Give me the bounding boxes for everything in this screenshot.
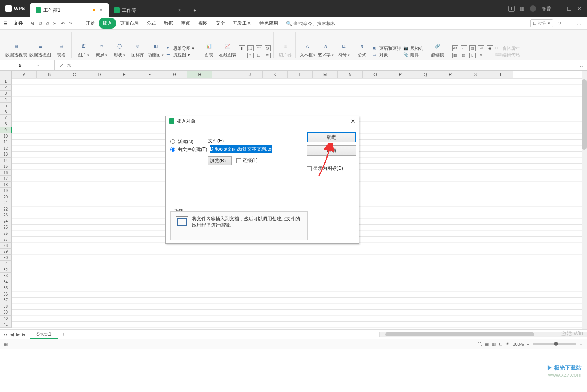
row-header[interactable]: 33 — [0, 273, 12, 279]
row-header[interactable]: 18 — [0, 182, 12, 188]
dialog-close-icon[interactable]: ✕ — [351, 118, 355, 124]
row-header[interactable]: 41 — [0, 321, 12, 328]
menu-developer[interactable]: 开发工具 — [229, 18, 255, 29]
expand-namebox-icon[interactable]: ⤢ — [60, 63, 63, 68]
row-header[interactable]: 6 — [0, 109, 12, 115]
object-button[interactable]: ▭对象 — [372, 52, 401, 58]
sheet-first-icon[interactable]: ⏮ — [3, 332, 8, 337]
hyperlink-button[interactable]: 🔗超链接 — [430, 41, 446, 58]
form-controls[interactable]: Aa▭▤☑◉ ▦▤▯⇳ — [452, 45, 493, 58]
row-header[interactable]: 21 — [0, 200, 12, 206]
camera-button[interactable]: 📷照相机 — [403, 45, 423, 51]
user-avatar-icon[interactable] — [530, 5, 536, 12]
menu-page-layout[interactable]: 页面布局 — [116, 18, 143, 29]
row-header[interactable]: 30 — [0, 255, 12, 261]
maximize-icon[interactable]: ☐ — [567, 6, 572, 12]
wordart-button[interactable]: A艺术字 — [318, 41, 334, 58]
sheet-last-icon[interactable]: ⏭ — [22, 332, 27, 337]
column-header[interactable]: A — [12, 71, 37, 78]
row-header[interactable]: 37 — [0, 297, 12, 303]
vertical-scrollbar[interactable] — [582, 71, 587, 329]
dialog-titlebar[interactable]: 插入对象 ✕ — [166, 116, 359, 126]
as-icon-checkbox[interactable]: 显示为图标(D) — [307, 165, 343, 172]
fullscreen-icon[interactable]: ⛶ — [477, 342, 482, 347]
reading-view-icon[interactable]: ☀ — [505, 341, 509, 347]
row-header[interactable]: 39 — [0, 309, 12, 316]
cancel-button[interactable]: 取消 — [307, 145, 356, 156]
zoom-slider[interactable] — [533, 343, 576, 345]
menu-security[interactable]: 安全 — [212, 18, 229, 29]
row-header[interactable]: 15 — [0, 163, 12, 170]
column-header[interactable]: O — [363, 71, 388, 78]
online-chart-button[interactable]: 📈在线图表 — [219, 41, 236, 58]
file-path-input[interactable]: D:\tools\桌面\新建文本文档.txt — [208, 145, 305, 153]
formula-input[interactable] — [76, 60, 576, 70]
menu-insert[interactable]: 插入 — [99, 18, 116, 29]
print-icon[interactable]: ⎙ — [46, 21, 49, 26]
column-header[interactable]: J — [237, 71, 263, 78]
normal-view-icon[interactable]: ▦ — [485, 341, 489, 347]
notification-badge[interactable]: 1 — [508, 6, 515, 12]
menu-special[interactable]: 特色应用 — [255, 18, 282, 29]
equation-button[interactable]: π公式 — [354, 41, 370, 58]
select-all-cell[interactable] — [0, 71, 12, 78]
row-header[interactable]: 3 — [0, 91, 12, 97]
column-header[interactable]: D — [87, 71, 112, 78]
column-header[interactable]: N — [338, 71, 363, 78]
hamburger-icon[interactable]: ☰ — [0, 21, 11, 26]
shapes-button[interactable]: ◯形状 — [112, 41, 127, 58]
skin-icon[interactable]: ▥ — [520, 6, 524, 11]
row-header[interactable]: 11 — [0, 139, 12, 145]
menu-data[interactable]: 数据 — [160, 18, 177, 29]
row-header[interactable]: 34 — [0, 279, 12, 285]
browse-button[interactable]: 浏览(B)... — [208, 156, 232, 165]
column-header[interactable]: F — [137, 71, 162, 78]
header-footer-button[interactable]: ▣页眉和页脚 — [372, 45, 401, 51]
row-header[interactable]: 25 — [0, 224, 12, 230]
attachment-button[interactable]: 📎附件 — [403, 52, 423, 58]
cut-icon[interactable]: ✂ — [53, 21, 57, 26]
column-header[interactable]: B — [37, 71, 62, 78]
row-header[interactable]: 8 — [0, 121, 12, 127]
chart-button[interactable]: 📊图表 — [201, 41, 217, 58]
row-header[interactable]: 14 — [0, 158, 12, 164]
chart-gallery[interactable]: ▮⬚〰◔ ⋯⫛◫≋ — [239, 45, 271, 58]
radio-new[interactable]: 新建(N) — [170, 138, 207, 145]
menu-formulas[interactable]: 公式 — [143, 18, 160, 29]
sheet-next-icon[interactable]: ▶ — [16, 332, 20, 337]
horizontal-scrollbar[interactable] — [379, 332, 587, 337]
row-header[interactable]: 28 — [0, 243, 12, 249]
row-header[interactable]: 22 — [0, 206, 12, 212]
new-tab-button[interactable]: ＋ — [187, 3, 203, 17]
user-name[interactable]: 春香 — [542, 5, 551, 12]
name-box[interactable]: H9▾ — [0, 60, 55, 70]
close-window-icon[interactable]: ✕ — [577, 6, 582, 12]
search-input[interactable] — [294, 21, 356, 26]
page-layout-icon[interactable]: ▥ — [492, 341, 496, 347]
add-sheet-button[interactable]: ＋ — [58, 331, 69, 338]
help-icon[interactable]: ? — [558, 21, 561, 26]
ribbon-options-icon[interactable]: ⋮ — [567, 21, 571, 26]
collapse-ribbon-icon[interactable]: ︿ — [577, 20, 582, 27]
column-header[interactable]: E — [112, 71, 137, 78]
row-header[interactable]: 24 — [0, 218, 12, 225]
row-header[interactable]: 17 — [0, 176, 12, 182]
document-tab-active[interactable]: 工作簿1 ✕ — [30, 3, 109, 17]
column-header[interactable]: G — [162, 71, 187, 78]
fx-icon[interactable]: fx — [67, 63, 71, 68]
textbox-button[interactable]: A文本框 — [300, 41, 316, 58]
row-header[interactable]: 4 — [0, 97, 12, 103]
sheet-tab[interactable]: Sheet1 — [30, 330, 58, 339]
row-header[interactable]: 31 — [0, 261, 12, 267]
row-header[interactable]: 16 — [0, 170, 12, 176]
row-header[interactable]: 40 — [0, 316, 12, 322]
pivot-chart-button[interactable]: ⬓数据透视图 — [29, 41, 51, 58]
ok-button[interactable]: 确定 — [307, 132, 356, 142]
mindmap-button[interactable]: ✦思维导图 ▾ — [166, 45, 194, 51]
column-header[interactable]: P — [388, 71, 413, 78]
column-header[interactable]: I — [212, 71, 237, 78]
zoom-out-icon[interactable]: − — [527, 342, 529, 347]
menu-home[interactable]: 开始 — [82, 18, 99, 29]
smartart-button[interactable]: ◧功能图 — [148, 41, 164, 58]
pivot-table-button[interactable]: ▦数据透视表 — [5, 41, 27, 58]
